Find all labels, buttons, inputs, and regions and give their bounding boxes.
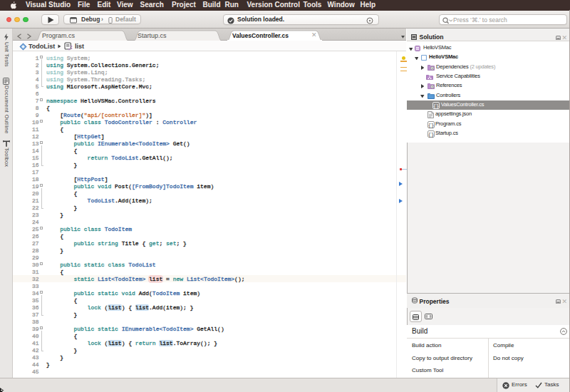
svg-text:{}: {} (433, 103, 439, 109)
svg-text:{}: {} (428, 122, 434, 128)
svg-text:{}: {} (428, 131, 434, 137)
